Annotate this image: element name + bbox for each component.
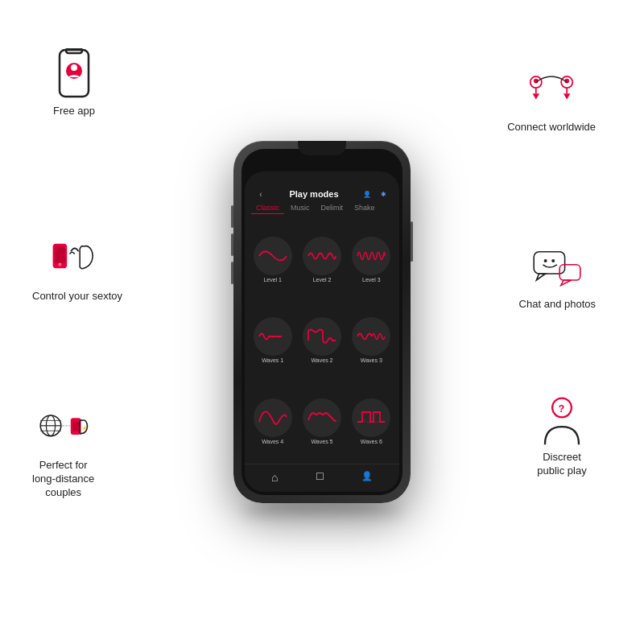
chat-label: Chat and photos — [519, 298, 596, 312]
mode-level3[interactable]: Level 3 — [349, 221, 394, 299]
screen-title: Play modes — [269, 189, 359, 199]
feature-longdist: ⚡ Perfect for long-distance couples — [32, 402, 94, 500]
mode-waves1[interactable]: Waves 1 — [250, 302, 295, 380]
tab-classic[interactable]: Classic — [251, 202, 284, 214]
mode-waves6[interactable]: Waves 6 — [349, 382, 394, 460]
phone-outer: ‹ Play modes 👤 ✱ Classic Music Delimit S… — [233, 141, 411, 503]
phone-button-left2 — [231, 233, 233, 256]
phone-button-left3 — [231, 262, 233, 284]
tab-delimit[interactable]: Delimit — [316, 202, 349, 214]
bluetooth-icon: ✱ — [375, 191, 391, 198]
free-app-label: Free app — [53, 105, 95, 118]
phone-mockup: ‹ Play modes 👤 ✱ Classic Music Delimit S… — [233, 141, 411, 503]
feature-discreet: ? Discreet public play — [536, 394, 588, 478]
connect-label: Connect worldwide — [507, 121, 596, 134]
longdist-label: Perfect for long-distance couples — [32, 459, 94, 500]
control-label: Control your sextoy — [32, 290, 122, 303]
mode-waves5[interactable]: Waves 5 — [299, 382, 345, 460]
phone-button-right — [411, 221, 413, 262]
phone-inner: ‹ Play modes 👤 ✱ Classic Music Delimit S… — [242, 149, 402, 495]
mode-grid: Level 1 Level 2 Level 3 — [245, 217, 399, 464]
control-icon — [52, 233, 103, 285]
user-icon: 👤 — [359, 191, 375, 198]
longdist-icon: ⚡ — [38, 402, 89, 454]
feature-chat: Chat and photos — [519, 242, 596, 312]
mode-level1[interactable]: Level 1 — [250, 221, 295, 299]
svg-rect-5 — [55, 246, 65, 263]
nav-home-icon[interactable]: ⌂ — [271, 471, 278, 484]
bottom-nav: ⌂ ☐ 👤 — [245, 464, 399, 492]
phone-reflection — [242, 503, 402, 519]
feature-control: Control your sextoy — [32, 233, 122, 303]
screen-header: ‹ Play modes 👤 ✱ — [245, 171, 399, 202]
mode-waves2[interactable]: Waves 2 — [299, 302, 345, 380]
svg-rect-14 — [72, 420, 79, 431]
mode-waves3[interactable]: Waves 3 — [349, 302, 394, 380]
phone-button-left1 — [231, 205, 233, 228]
svg-point-21 — [544, 259, 547, 262]
screen-tabs: Classic Music Delimit Shake — [245, 202, 399, 217]
svg-text:?: ? — [558, 402, 564, 415]
connect-icon — [526, 64, 577, 116]
chat-icon — [531, 242, 583, 293]
discreet-label: Discreet public play — [537, 451, 586, 478]
phone-notch — [298, 141, 346, 155]
tab-music[interactable]: Music — [286, 202, 315, 214]
tab-shake[interactable]: Shake — [349, 202, 380, 214]
svg-point-3 — [71, 64, 77, 71]
feature-connect: Connect worldwide — [507, 64, 596, 134]
nav-chat-icon[interactable]: ☐ — [316, 471, 324, 484]
nav-profile-icon[interactable]: 👤 — [361, 471, 373, 484]
discreet-icon: ? — [536, 394, 588, 446]
phone-screen: ‹ Play modes 👤 ✱ Classic Music Delimit S… — [245, 171, 399, 492]
back-icon[interactable]: ‹ — [253, 190, 269, 199]
free-app-icon — [48, 48, 100, 100]
feature-free-app: Free app — [48, 48, 100, 118]
mode-level2[interactable]: Level 2 — [299, 221, 345, 299]
svg-point-22 — [551, 259, 555, 262]
svg-text:⚡: ⚡ — [80, 425, 87, 431]
svg-point-6 — [58, 262, 61, 266]
mode-waves4[interactable]: Waves 4 — [250, 382, 295, 460]
